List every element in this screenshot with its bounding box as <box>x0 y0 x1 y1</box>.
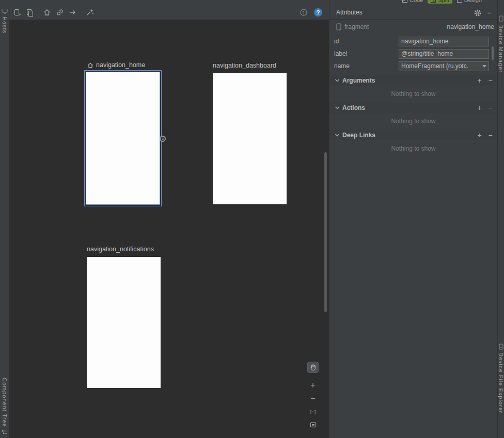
tab-split[interactable]: Split <box>428 0 452 4</box>
section-arguments: Arguments + − Nothing to show <box>329 75 497 98</box>
start-destination-home-icon <box>87 62 93 68</box>
help-glyph: ? <box>314 8 322 17</box>
arguments-section-header[interactable]: Arguments + − <box>329 75 497 86</box>
tool-button-device-file-explorer[interactable]: Device File Explorer <box>498 344 504 413</box>
attributes-panel: Attributes − fragment navigation_home id… <box>329 0 497 438</box>
zoom-to-fit-button[interactable] <box>310 421 317 430</box>
element-type-label: fragment <box>344 23 369 30</box>
device-file-explorer-stripe-label: Device File Explorer <box>498 352 504 413</box>
zoom-in-button[interactable]: + <box>310 381 315 390</box>
action-arrow-icon[interactable] <box>68 8 77 17</box>
deep-link-icon[interactable] <box>55 8 65 17</box>
arguments-empty-text: Nothing to show <box>329 90 497 98</box>
fragment-navigation-home[interactable] <box>84 70 162 206</box>
add-action-button[interactable]: + <box>476 104 483 111</box>
navigation-canvas[interactable]: navigation_home navigation_dashboard nav… <box>9 20 329 438</box>
add-argument-button[interactable]: + <box>476 76 483 84</box>
fragment-navigation-notifications[interactable] <box>87 257 161 388</box>
hand-icon <box>309 364 317 371</box>
attribute-row-label: label <box>329 48 497 59</box>
name-dropdown-value: HomeFragment (ru.yotc. <box>401 62 480 70</box>
attributes-panel-title: Attributes <box>336 9 363 16</box>
editor-mode-tabs: Code Split Design <box>402 0 497 5</box>
actions-section-header[interactable]: Actions + − <box>329 103 497 113</box>
actions-section-title: Actions <box>342 104 365 111</box>
element-id-label: navigation_home <box>447 23 494 30</box>
navigation-editor-window: Code Split Design <box>0 0 504 438</box>
fragment-label-navigation-dashboard[interactable]: navigation_dashboard <box>213 62 276 69</box>
chevron-down-icon <box>335 133 340 137</box>
hosts-icon <box>2 8 8 14</box>
section-deep-links: Deep Links + − Nothing to show <box>329 130 497 152</box>
attribute-row-id: id <box>329 36 497 46</box>
tab-design-label: Design <box>464 0 482 3</box>
split-tab-icon <box>431 0 436 3</box>
device-manager-icon <box>499 15 503 22</box>
navigation-toolbar: ? <box>9 0 329 20</box>
name-field-label: name <box>334 62 350 70</box>
start-destination-icon[interactable] <box>42 8 52 17</box>
deep-links-section-header[interactable]: Deep Links + − <box>329 130 497 140</box>
auto-arrange-icon[interactable] <box>85 8 94 17</box>
help-icon[interactable]: ? <box>313 8 323 17</box>
arguments-section-title: Arguments <box>342 77 375 84</box>
fragment-icon <box>336 23 341 30</box>
id-field-label: id <box>334 38 339 45</box>
actions-empty-text: Nothing to show <box>329 118 497 125</box>
component-tree-stripe-label: Component Tree <box>2 378 8 427</box>
component-tree-icon <box>2 430 7 435</box>
error-indicator-icon[interactable] <box>299 8 308 17</box>
tab-split-label: Split <box>438 0 449 3</box>
zoom-out-button[interactable]: − <box>310 395 315 403</box>
design-tab-icon <box>457 0 462 3</box>
zoom-to-fit-icon <box>310 421 317 428</box>
panel-settings-button[interactable] <box>474 9 482 17</box>
tool-button-device-manager[interactable]: Device Manager <box>498 15 504 73</box>
chevron-down-icon <box>335 106 340 110</box>
deep-links-section-title: Deep Links <box>342 132 375 139</box>
label-input[interactable] <box>399 49 489 59</box>
zoom-scale-label[interactable]: 1:1 <box>309 410 317 415</box>
canvas-controls: + − 1:1 <box>307 362 319 430</box>
name-dropdown[interactable]: HomeFragment (ru.yotc. <box>399 61 489 71</box>
tab-code-label: Code <box>410 0 423 3</box>
section-actions: Actions + − Nothing to show <box>329 103 497 125</box>
chevron-down-icon <box>335 78 340 83</box>
fragment-home-preview[interactable] <box>86 72 160 205</box>
device-file-explorer-icon <box>499 344 503 350</box>
left-tool-stripe: Hosts Component Tree <box>0 0 9 438</box>
device-manager-stripe-label: Device Manager <box>498 24 504 73</box>
tab-design[interactable]: Design <box>457 0 482 3</box>
right-tool-stripe: Device Manager Device File Explorer <box>497 0 504 438</box>
new-destination-icon[interactable] <box>13 8 22 17</box>
attribute-row-name: name HomeFragment (ru.yotc. <box>329 61 497 71</box>
action-connection-port[interactable] <box>160 136 166 142</box>
label-field-label: label <box>334 50 347 57</box>
panel-scrollbar-thumb[interactable] <box>492 46 494 60</box>
remove-argument-button[interactable]: − <box>486 76 494 84</box>
fragment-label-navigation-home[interactable]: navigation_home <box>87 61 145 69</box>
tool-button-component-tree[interactable]: Component Tree <box>0 378 9 435</box>
remove-action-button[interactable]: − <box>486 104 494 111</box>
selected-element-row: fragment navigation_home <box>329 22 497 31</box>
fragment-label-navigation-notifications[interactable]: navigation_notifications <box>87 246 154 253</box>
code-tab-icon <box>402 0 407 3</box>
gear-icon <box>474 9 482 17</box>
fragment-navigation-dashboard[interactable] <box>213 73 287 204</box>
id-input[interactable] <box>399 37 489 46</box>
remove-deep-link-button[interactable]: − <box>486 131 494 139</box>
hosts-stripe-label: Hosts <box>2 17 8 34</box>
tool-button-hosts[interactable]: Hosts <box>0 8 9 34</box>
tab-code[interactable]: Code <box>402 0 423 3</box>
hide-panel-button[interactable]: − <box>485 9 493 17</box>
fragment-notifications-label-text: navigation_notifications <box>87 246 154 253</box>
fragment-home-label-text: navigation_home <box>96 61 145 69</box>
dropdown-arrow-icon <box>480 62 489 71</box>
deep-links-empty-text: Nothing to show <box>329 145 497 152</box>
add-deep-link-button[interactable]: + <box>476 131 483 139</box>
canvas-vertical-scrollbar[interactable] <box>324 152 327 312</box>
fragment-dashboard-label-text: navigation_dashboard <box>213 62 276 69</box>
pan-tool-button[interactable] <box>307 362 319 373</box>
nested-graph-icon[interactable] <box>25 8 35 17</box>
